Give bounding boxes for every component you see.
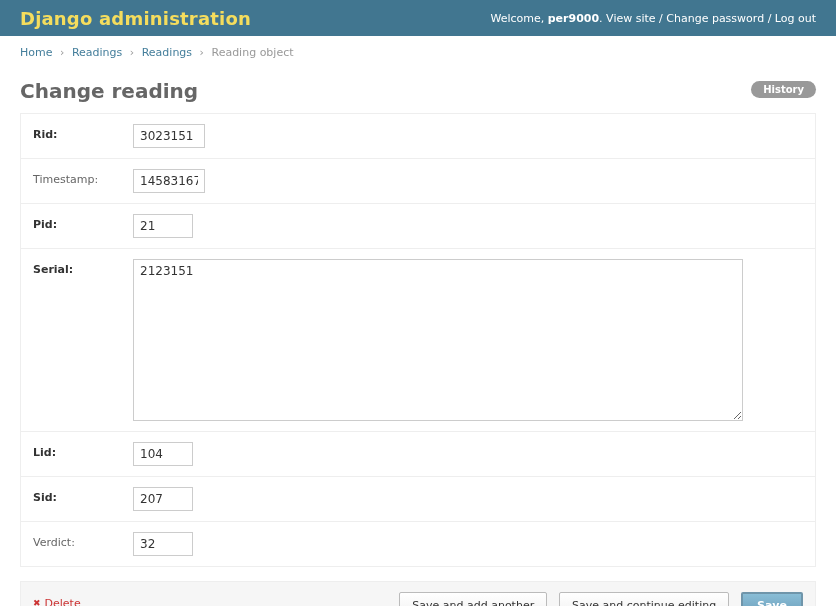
label-lid: Lid: bbox=[33, 442, 133, 461]
page-title: Change reading bbox=[20, 79, 198, 103]
field-row-rid: Rid: bbox=[21, 114, 815, 159]
site-header: Django administration Welcome, per9000. … bbox=[0, 0, 836, 36]
breadcrumb-home[interactable]: Home bbox=[20, 46, 52, 59]
label-serial: Serial: bbox=[33, 259, 133, 278]
breadcrumb: Home › Readings › Readings › Reading obj… bbox=[0, 36, 836, 69]
field-row-sid: Sid: bbox=[21, 477, 815, 522]
field-row-timestamp: Timestamp: bbox=[21, 159, 815, 204]
label-timestamp: Timestamp: bbox=[33, 169, 133, 188]
user-tools: Welcome, per9000. View site / Change pas… bbox=[490, 12, 816, 25]
fieldset: Rid: Timestamp: Pid: Serial: bbox=[20, 113, 816, 567]
object-tools: History bbox=[751, 81, 816, 98]
label-verdict: Verdict: bbox=[33, 532, 133, 551]
save-button[interactable] bbox=[741, 592, 803, 606]
delete-link[interactable]: Delete bbox=[33, 597, 81, 606]
input-timestamp[interactable] bbox=[133, 169, 205, 193]
field-row-pid: Pid: bbox=[21, 204, 815, 249]
breadcrumb-app[interactable]: Readings bbox=[72, 46, 122, 59]
label-sid: Sid: bbox=[33, 487, 133, 506]
input-sid[interactable] bbox=[133, 487, 193, 511]
input-serial[interactable] bbox=[133, 259, 743, 421]
content: Change reading History Rid: Timestamp: P… bbox=[0, 69, 836, 606]
history-button[interactable]: History bbox=[751, 81, 816, 98]
input-verdict[interactable] bbox=[133, 532, 193, 556]
site-title: Django administration bbox=[20, 8, 251, 29]
save-continue-button[interactable] bbox=[559, 592, 729, 606]
breadcrumb-model[interactable]: Readings bbox=[142, 46, 192, 59]
input-pid[interactable] bbox=[133, 214, 193, 238]
username: per9000 bbox=[548, 12, 599, 25]
field-row-lid: Lid: bbox=[21, 432, 815, 477]
change-form: Rid: Timestamp: Pid: Serial: bbox=[20, 113, 816, 606]
submit-row: Delete bbox=[20, 581, 816, 606]
field-row-verdict: Verdict: bbox=[21, 522, 815, 566]
save-add-another-button[interactable] bbox=[399, 592, 547, 606]
change-password-link[interactable]: Change password bbox=[666, 12, 764, 25]
label-pid: Pid: bbox=[33, 214, 133, 233]
input-lid[interactable] bbox=[133, 442, 193, 466]
label-rid: Rid: bbox=[33, 124, 133, 143]
logout-link[interactable]: Log out bbox=[775, 12, 816, 25]
input-rid[interactable] bbox=[133, 124, 205, 148]
field-row-serial: Serial: bbox=[21, 249, 815, 432]
welcome-text: Welcome, bbox=[490, 12, 547, 25]
view-site-link[interactable]: View site bbox=[606, 12, 655, 25]
breadcrumb-object: Reading object bbox=[211, 46, 293, 59]
